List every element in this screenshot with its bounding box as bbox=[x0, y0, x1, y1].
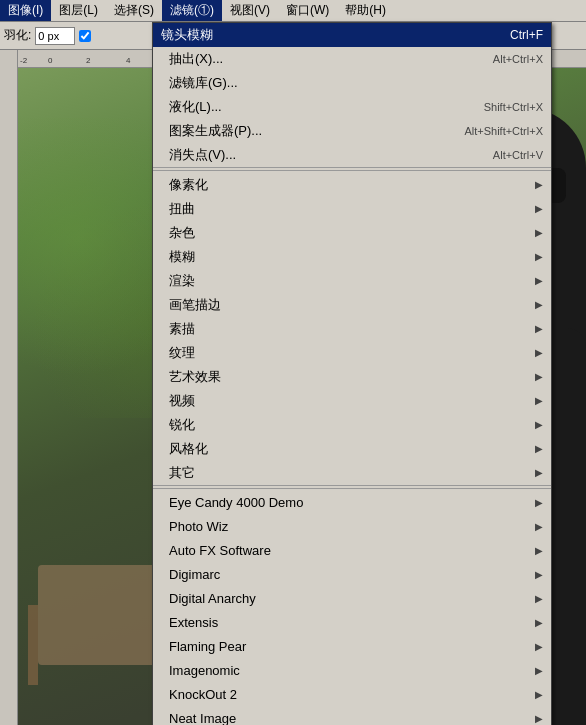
ruler-num: 4 bbox=[126, 56, 130, 65]
arrow-icon-stylize: ▶ bbox=[535, 439, 543, 459]
menu-item-extensis-label: Extensis bbox=[169, 613, 218, 633]
feather-input[interactable] bbox=[35, 27, 75, 45]
ruler-vertical bbox=[0, 50, 18, 725]
menu-item-knockout-label: KnockOut 2 bbox=[169, 685, 237, 705]
menu-item-other[interactable]: 其它 ▶ bbox=[153, 461, 551, 485]
menu-item-flamingpear-label: Flaming Pear bbox=[169, 637, 246, 657]
menu-item-artistic-label: 艺术效果 bbox=[169, 367, 221, 387]
ruler-num: 2 bbox=[86, 56, 90, 65]
arrow-icon-imagenomic: ▶ bbox=[535, 661, 543, 681]
arrow-icon-noise: ▶ bbox=[535, 223, 543, 243]
menu-section-2: 像素化 ▶ 扭曲 ▶ 杂色 ▶ 模糊 ▶ 渲染 ▶ 画笔描边 ▶ 素描 ▶ 纹理 bbox=[153, 173, 551, 486]
menu-item-brushstroke[interactable]: 画笔描边 ▶ bbox=[153, 293, 551, 317]
menu-item-extensis[interactable]: Extensis ▶ bbox=[153, 611, 551, 635]
menu-item-blur[interactable]: 模糊 ▶ bbox=[153, 245, 551, 269]
ruler-num: 0 bbox=[48, 56, 52, 65]
arrow-icon-flamingpear: ▶ bbox=[535, 637, 543, 657]
plugin-section: Eye Candy 4000 Demo ▶ Photo Wiz ▶ Auto F… bbox=[153, 491, 551, 725]
menu-item-digitalanarchy-label: Digital Anarchy bbox=[169, 589, 256, 609]
menu-item-texture-label: 纹理 bbox=[169, 343, 195, 363]
menu-header-shortcut: Ctrl+F bbox=[510, 28, 543, 42]
arrow-icon-digimarc: ▶ bbox=[535, 565, 543, 585]
menu-item-flamingpear[interactable]: Flaming Pear ▶ bbox=[153, 635, 551, 659]
bench-leg-1 bbox=[28, 605, 38, 685]
menu-item-imagenomic-label: Imagenomic bbox=[169, 661, 240, 681]
menu-item-vanish-shortcut: Alt+Ctrl+V bbox=[493, 145, 543, 165]
menu-item-distort[interactable]: 扭曲 ▶ bbox=[153, 197, 551, 221]
menu-item-pixelate[interactable]: 像素化 ▶ bbox=[153, 173, 551, 197]
menu-item-pattern-label: 图案生成器(P)... bbox=[169, 121, 262, 141]
menu-item-pattern-shortcut: Alt+Shift+Ctrl+X bbox=[464, 121, 543, 141]
arrow-icon-blur: ▶ bbox=[535, 247, 543, 267]
menu-item-noise[interactable]: 杂色 ▶ bbox=[153, 221, 551, 245]
separator-2 bbox=[153, 488, 551, 489]
menu-item-video[interactable]: 视频 ▶ bbox=[153, 389, 551, 413]
arrow-icon-sharpen: ▶ bbox=[535, 415, 543, 435]
menu-item-liquify-shortcut: Shift+Ctrl+X bbox=[484, 97, 543, 117]
menu-item-sharpen[interactable]: 锐化 ▶ bbox=[153, 413, 551, 437]
ruler-num: -2 bbox=[20, 56, 27, 65]
menu-item-pixelate-label: 像素化 bbox=[169, 175, 208, 195]
menu-item-eyecandy-label: Eye Candy 4000 Demo bbox=[169, 493, 303, 513]
menu-item-vanish[interactable]: 消失点(V)... Alt+Ctrl+V bbox=[153, 143, 551, 167]
menu-item-neatimage-label: Neat Image bbox=[169, 709, 236, 725]
arrow-icon-other: ▶ bbox=[535, 463, 543, 483]
menubar-help[interactable]: 帮助(H) bbox=[337, 0, 394, 21]
menu-header[interactable]: 镜头模糊 Ctrl+F bbox=[153, 23, 551, 47]
feather-label: 羽化: bbox=[4, 27, 31, 44]
menubar-window[interactable]: 窗口(W) bbox=[278, 0, 337, 21]
menu-item-distort-label: 扭曲 bbox=[169, 199, 195, 219]
menu-item-sharpen-label: 锐化 bbox=[169, 415, 195, 435]
menu-item-pattern[interactable]: 图案生成器(P)... Alt+Shift+Ctrl+X bbox=[153, 119, 551, 143]
menu-item-imagenomic[interactable]: Imagenomic ▶ bbox=[153, 659, 551, 683]
filter-dropdown-menu: 镜头模糊 Ctrl+F 抽出(X)... Alt+Ctrl+X 滤镜库(G)..… bbox=[152, 22, 552, 725]
menu-item-extract[interactable]: 抽出(X)... Alt+Ctrl+X bbox=[153, 47, 551, 71]
menu-item-other-label: 其它 bbox=[169, 463, 195, 483]
menu-item-filtergallery-label: 滤镜库(G)... bbox=[169, 73, 238, 93]
menu-item-eyecandy[interactable]: Eye Candy 4000 Demo ▶ bbox=[153, 491, 551, 515]
menu-section-1: 抽出(X)... Alt+Ctrl+X 滤镜库(G)... 液化(L)... S… bbox=[153, 47, 551, 168]
menu-item-digimarc[interactable]: Digimarc ▶ bbox=[153, 563, 551, 587]
arrow-icon-artistic: ▶ bbox=[535, 367, 543, 387]
menubar-layers[interactable]: 图层(L) bbox=[51, 0, 106, 21]
menu-item-filtergallery[interactable]: 滤镜库(G)... bbox=[153, 71, 551, 95]
menu-item-sketch[interactable]: 素描 ▶ bbox=[153, 317, 551, 341]
menubar-filter[interactable]: 滤镜(①) bbox=[162, 0, 222, 21]
menu-item-render-label: 渲染 bbox=[169, 271, 195, 291]
menu-item-extract-label: 抽出(X)... bbox=[169, 49, 223, 69]
menubar-view[interactable]: 视图(V) bbox=[222, 0, 278, 21]
arrow-icon-neatimage: ▶ bbox=[535, 709, 543, 725]
menu-item-artistic[interactable]: 艺术效果 ▶ bbox=[153, 365, 551, 389]
menu-item-texture[interactable]: 纹理 ▶ bbox=[153, 341, 551, 365]
menu-item-liquify-label: 液化(L)... bbox=[169, 97, 222, 117]
menu-item-noise-label: 杂色 bbox=[169, 223, 195, 243]
arrow-icon-photowiz: ▶ bbox=[535, 517, 543, 537]
menu-item-stylize-label: 风格化 bbox=[169, 439, 208, 459]
antialias-checkbox[interactable] bbox=[79, 30, 91, 42]
arrow-icon-distort: ▶ bbox=[535, 199, 543, 219]
menu-header-label: 镜头模糊 bbox=[161, 26, 213, 44]
menubar-select[interactable]: 选择(S) bbox=[106, 0, 162, 21]
arrow-icon-video: ▶ bbox=[535, 391, 543, 411]
menu-item-autofx-label: Auto FX Software bbox=[169, 541, 271, 561]
menu-item-blur-label: 模糊 bbox=[169, 247, 195, 267]
arrow-icon-knockout: ▶ bbox=[535, 685, 543, 705]
menubar-image[interactable]: 图像(I) bbox=[0, 0, 51, 21]
menu-item-liquify[interactable]: 液化(L)... Shift+Ctrl+X bbox=[153, 95, 551, 119]
arrow-icon-render: ▶ bbox=[535, 271, 543, 291]
menu-item-digitalanarchy[interactable]: Digital Anarchy ▶ bbox=[153, 587, 551, 611]
menu-item-photowiz-label: Photo Wiz bbox=[169, 517, 228, 537]
arrow-icon-sketch: ▶ bbox=[535, 319, 543, 339]
menu-item-knockout[interactable]: KnockOut 2 ▶ bbox=[153, 683, 551, 707]
menu-item-brushstroke-label: 画笔描边 bbox=[169, 295, 221, 315]
menu-item-extract-shortcut: Alt+Ctrl+X bbox=[493, 49, 543, 69]
menu-item-autofx[interactable]: Auto FX Software ▶ bbox=[153, 539, 551, 563]
menu-item-neatimage[interactable]: Neat Image ▶ bbox=[153, 707, 551, 725]
menu-item-video-label: 视频 bbox=[169, 391, 195, 411]
menu-item-stylize[interactable]: 风格化 ▶ bbox=[153, 437, 551, 461]
arrow-icon-autofx: ▶ bbox=[535, 541, 543, 561]
menu-bar: 图像(I) 图层(L) 选择(S) 滤镜(①) 视图(V) 窗口(W) 帮助(H… bbox=[0, 0, 586, 22]
menu-item-photowiz[interactable]: Photo Wiz ▶ bbox=[153, 515, 551, 539]
menu-item-render[interactable]: 渲染 ▶ bbox=[153, 269, 551, 293]
menu-item-sketch-label: 素描 bbox=[169, 319, 195, 339]
